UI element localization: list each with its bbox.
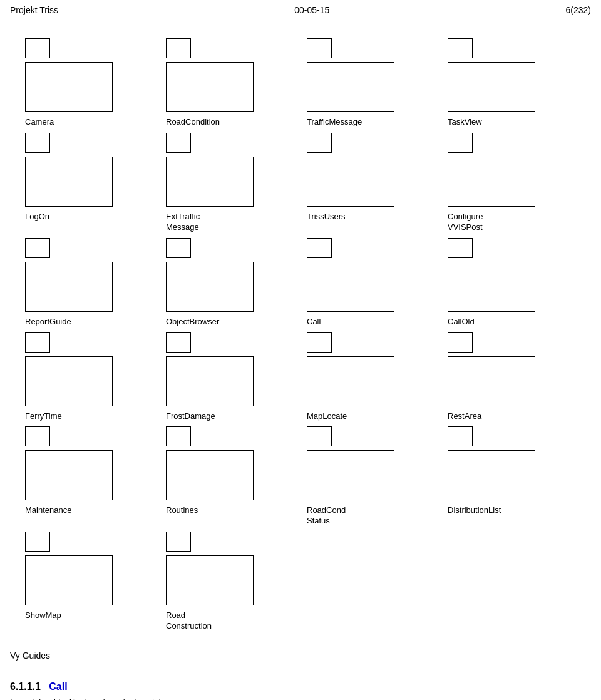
footer-section: Vy Guides 6.1.1.1 Call Insamtalsguide. H… <box>0 644 601 700</box>
box-large <box>166 555 254 605</box>
list-item: TaskView <box>441 33 582 128</box>
section-title: Call <box>49 681 67 692</box>
main-content: Camera RoadCondition TrafficMessage Task… <box>0 18 601 644</box>
box-large <box>25 262 113 312</box>
list-item: DistributionList <box>441 421 582 527</box>
box-small <box>307 426 332 446</box>
list-item: RoadConstruction <box>160 527 300 632</box>
module-label: RoadCondStatus <box>307 505 346 527</box>
list-item: TrissUsers <box>300 128 441 233</box>
box-small <box>448 332 473 353</box>
list-item: CallOld <box>441 233 582 327</box>
box-small <box>166 133 191 153</box>
module-label: ShowMap <box>25 610 61 621</box>
box-small <box>448 238 473 258</box>
box-small <box>166 238 191 258</box>
box-small <box>25 133 50 153</box>
list-item: ShowMap <box>19 527 160 632</box>
list-item: RoadCondStatus <box>300 421 441 527</box>
module-label: Camera <box>25 117 54 128</box>
box-small <box>25 238 50 258</box>
module-label: ReportGuide <box>25 317 71 327</box>
box-large <box>307 262 394 312</box>
box-large <box>166 62 254 112</box>
box-small <box>166 332 191 353</box>
box-large <box>307 157 394 207</box>
box-small <box>166 532 191 552</box>
list-item: RestArea <box>441 327 582 422</box>
module-label: Call <box>307 317 321 327</box>
module-label: FerryTime <box>25 411 62 422</box>
box-small <box>307 332 332 353</box>
box-large <box>25 62 113 112</box>
box-large <box>166 450 254 500</box>
header-date: 00-05-15 <box>294 5 329 15</box>
project-title: Projekt Triss <box>10 5 58 15</box>
module-label: Maintenance <box>25 505 71 516</box>
box-large <box>25 555 113 605</box>
box-large <box>166 157 254 207</box>
module-label: DistributionList <box>448 505 501 516</box>
module-label: CallOld <box>448 317 475 327</box>
box-small <box>166 426 191 446</box>
box-small <box>25 532 50 552</box>
module-label: MapLocate <box>307 411 347 422</box>
list-item: MapLocate <box>300 327 441 422</box>
box-small <box>448 133 473 153</box>
list-item <box>441 527 582 632</box>
module-label: TrissUsers <box>307 212 346 222</box>
header-page: 6(232) <box>566 5 591 15</box>
list-item: FrostDamage <box>160 327 300 422</box>
box-large <box>448 62 535 112</box>
page-header: Projekt Triss 00-05-15 6(232) <box>0 0 601 18</box>
module-label: TrafficMessage <box>307 117 362 128</box>
box-small <box>166 38 191 58</box>
box-large <box>307 62 394 112</box>
box-small <box>307 238 332 258</box>
box-large <box>25 450 113 500</box>
list-item: Camera <box>19 33 160 128</box>
module-label: ConfigureVVISPost <box>448 212 483 233</box>
box-large <box>448 262 535 312</box>
list-item: TrafficMessage <box>300 33 441 128</box>
module-label: ExtTrafficMessage <box>166 212 200 233</box>
list-item: FerryTime <box>19 327 160 422</box>
box-large <box>448 157 535 207</box>
box-small <box>448 38 473 58</box>
box-small <box>25 426 50 446</box>
section-line1: Insamtalsguide. Hanterar in- och utsamta… <box>10 696 591 700</box>
section-heading: 6.1.1.1 Call <box>10 681 591 692</box>
list-item: ReportGuide <box>19 233 160 327</box>
box-small <box>448 426 473 446</box>
box-small <box>307 133 332 153</box>
box-large <box>448 356 535 406</box>
list-item: RoadCondition <box>160 33 300 128</box>
section-number: 6.1.1.1 <box>10 681 41 692</box>
box-small <box>25 38 50 58</box>
vy-guides-label: Vy Guides <box>10 651 591 661</box>
list-item: Maintenance <box>19 421 160 527</box>
box-large <box>448 450 535 500</box>
box-large <box>307 450 394 500</box>
list-item: LogOn <box>19 128 160 233</box>
module-label: Routines <box>166 505 198 516</box>
module-label: ObjectBrowser <box>166 317 219 327</box>
list-item <box>300 527 441 632</box>
box-large <box>166 262 254 312</box>
module-grid: Camera RoadCondition TrafficMessage Task… <box>19 33 582 632</box>
module-label: FrostDamage <box>166 411 215 422</box>
module-label: TaskView <box>448 117 482 128</box>
box-large <box>166 356 254 406</box>
module-label: LogOn <box>25 212 49 222</box>
module-label: RoadCondition <box>166 117 220 128</box>
box-large <box>25 157 113 207</box>
module-label: RestArea <box>448 411 481 422</box>
box-large <box>25 356 113 406</box>
box-small <box>25 332 50 353</box>
module-label: RoadConstruction <box>166 610 212 632</box>
list-item: ConfigureVVISPost <box>441 128 582 233</box>
box-small <box>307 38 332 58</box>
list-item: ObjectBrowser <box>160 233 300 327</box>
list-item: Routines <box>160 421 300 527</box>
box-large <box>307 356 394 406</box>
